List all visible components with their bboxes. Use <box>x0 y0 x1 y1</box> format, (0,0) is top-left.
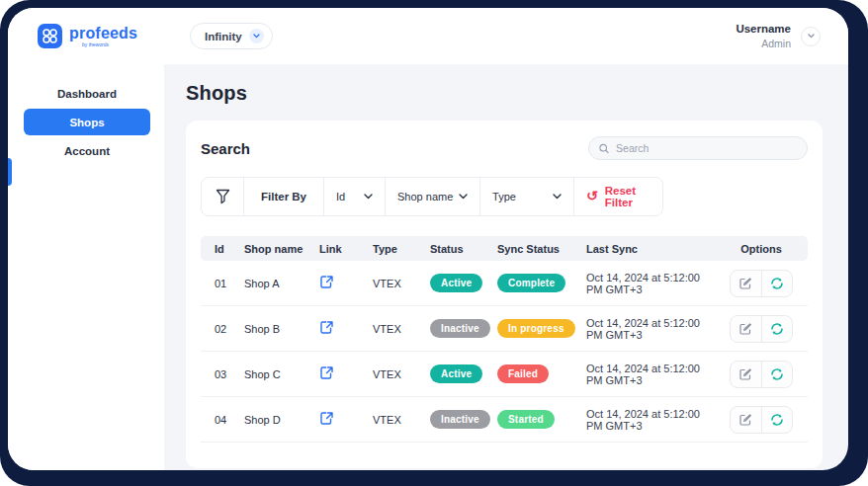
sync-status-badge: In progress <box>497 319 575 338</box>
main-content: Shops Search <box>164 64 848 470</box>
card-title: Search <box>201 140 250 157</box>
status-badge: Inactive <box>430 410 490 429</box>
external-link-icon[interactable] <box>319 275 334 289</box>
filter-bar: Filter By Id Shop name Type ↺ <box>201 177 663 216</box>
filter-dropdown-id[interactable]: Id <box>324 178 386 215</box>
sync-button[interactable] <box>761 362 792 387</box>
row-options <box>730 361 793 388</box>
external-link-icon[interactable] <box>319 365 334 380</box>
status-badge: Inactive <box>430 319 490 338</box>
user-info: Username Admin <box>736 22 791 51</box>
row-options <box>730 315 793 343</box>
col-sync-status: Sync Status <box>497 243 586 255</box>
sync-status-badge: Complete <box>497 274 565 292</box>
cell-id: 02 <box>215 323 244 335</box>
user-name: Username <box>736 22 791 38</box>
edit-icon <box>738 277 752 290</box>
cell-last-sync: Oct 14, 2024 at 5:12:00 PM GMT+3 <box>586 317 719 341</box>
page-title: Shops <box>186 82 823 105</box>
cell-shop-name: Shop A <box>244 278 319 289</box>
table-row: 03 Shop C VTEX Active Failed Oct 14, 202… <box>201 352 808 397</box>
row-options <box>730 406 793 434</box>
top-bar: profeeds by thewords Infinity Username A… <box>8 8 848 64</box>
edit-icon <box>738 413 752 427</box>
sync-button[interactable] <box>761 407 792 433</box>
edit-icon <box>738 367 752 381</box>
status-badge: Active <box>430 274 482 292</box>
cell-id: 04 <box>215 414 244 426</box>
reset-filter-label: Reset Filter <box>605 185 651 208</box>
reset-filter-button[interactable]: ↺ Reset Filter <box>574 178 662 215</box>
table-row: 04 Shop D VTEX Inactive Started Oct 14, … <box>201 397 808 443</box>
edit-button[interactable] <box>731 362 761 387</box>
cell-last-sync: Oct 14, 2024 at 5:12:00 PM GMT+3 <box>586 272 719 295</box>
filter-dropdown-type[interactable]: Type <box>480 178 574 215</box>
cell-last-sync: Oct 14, 2024 at 5:12:00 PM GMT+3 <box>586 363 719 386</box>
search-icon <box>599 143 609 154</box>
user-role: Admin <box>736 37 791 50</box>
col-id: Id <box>215 243 244 255</box>
sync-icon <box>770 413 784 427</box>
sync-button[interactable] <box>761 271 792 296</box>
edit-icon <box>738 322 752 336</box>
app-frame: profeeds by thewords Infinity Username A… <box>0 0 868 486</box>
sidebar-item-shops[interactable]: Shops <box>24 109 150 135</box>
sync-status-badge: Failed <box>497 364 549 383</box>
external-link-icon[interactable] <box>319 320 334 335</box>
cell-shop-name: Shop B <box>244 323 319 335</box>
user-menu-button[interactable] <box>801 27 821 46</box>
search-input[interactable] <box>616 142 797 154</box>
edit-button[interactable] <box>731 407 761 433</box>
external-link-icon[interactable] <box>319 411 334 426</box>
chevron-down-icon <box>364 194 373 200</box>
chevron-down-icon <box>553 194 562 200</box>
sidebar: Dashboard Shops Account <box>8 64 164 470</box>
chevron-down-icon <box>808 34 815 39</box>
cell-id: 03 <box>215 368 244 380</box>
sync-status-badge: Started <box>497 410 555 429</box>
col-status: Status <box>430 243 497 255</box>
table-header: Id Shop name Link Type Status Sync Statu… <box>201 236 808 261</box>
sync-icon <box>770 277 784 290</box>
search-card: Search F <box>186 121 823 468</box>
table-row: 01 Shop A VTEX Active Complete Oct 14, 2… <box>201 261 808 306</box>
brand-tagline: by thewords <box>82 42 137 47</box>
col-last-sync: Last Sync <box>586 243 719 255</box>
shops-table: Id Shop name Link Type Status Sync Statu… <box>201 236 808 443</box>
sync-button[interactable] <box>761 316 792 342</box>
app-canvas: profeeds by thewords Infinity Username A… <box>8 8 848 470</box>
filter-dropdown-shop-name[interactable]: Shop name <box>386 178 480 215</box>
workspace-selector-label: Infinity <box>205 31 242 42</box>
row-options <box>730 270 793 297</box>
cell-shop-name: Shop D <box>244 414 319 426</box>
search-box[interactable] <box>588 136 808 160</box>
col-link: Link <box>319 243 373 255</box>
workspace-selector[interactable]: Infinity <box>190 23 273 49</box>
brand-name: profeeds <box>69 26 137 41</box>
reset-icon: ↺ <box>586 189 598 202</box>
table-body: 01 Shop A VTEX Active Complete Oct 14, 2… <box>201 261 808 443</box>
edit-button[interactable] <box>731 316 761 342</box>
chevron-down-icon <box>249 29 264 43</box>
table-row: 02 Shop B VTEX Inactive In progress Oct … <box>201 306 808 352</box>
cell-last-sync: Oct 14, 2024 at 5:12:00 PM GMT+3 <box>586 408 719 432</box>
sidebar-item-dashboard[interactable]: Dashboard <box>24 80 150 107</box>
sync-icon <box>770 322 784 336</box>
chevron-down-icon <box>459 194 468 200</box>
col-type: Type <box>373 243 430 255</box>
status-badge: Active <box>430 364 482 383</box>
cell-shop-name: Shop C <box>244 368 319 380</box>
cell-type: VTEX <box>373 414 430 426</box>
brand-logo: profeeds by thewords <box>8 24 164 48</box>
cell-type: VTEX <box>373 278 430 289</box>
col-options: Options <box>719 243 804 255</box>
col-shop-name: Shop name <box>244 243 319 255</box>
filter-by-label: Filter By <box>244 178 324 215</box>
sync-icon <box>770 367 784 381</box>
funnel-icon <box>216 189 230 204</box>
filter-funnel-button[interactable] <box>202 178 244 215</box>
edit-button[interactable] <box>731 271 761 296</box>
cell-type: VTEX <box>373 368 430 380</box>
cell-id: 01 <box>215 278 244 289</box>
sidebar-item-account[interactable]: Account <box>24 137 150 164</box>
